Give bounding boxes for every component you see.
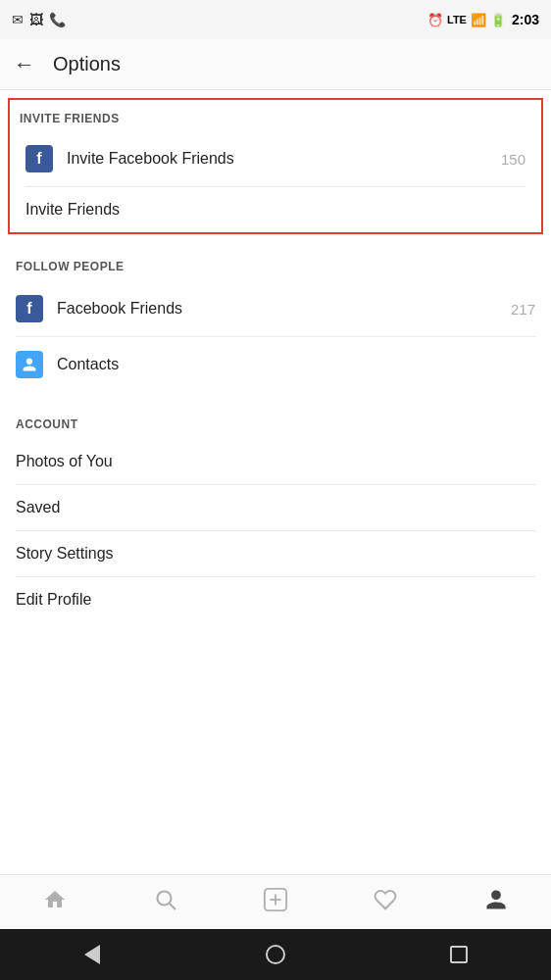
invite-facebook-friends-label: Invite Facebook Friends: [67, 150, 501, 168]
status-bar-left-icons: ✉ 🖼 📞: [12, 12, 66, 27]
saved-item[interactable]: Saved: [0, 485, 551, 530]
add-icon: [263, 887, 288, 918]
android-recents-button[interactable]: [441, 937, 476, 972]
recents-square-icon: [450, 946, 468, 963]
facebook-icon: f: [25, 145, 53, 172]
story-settings-label: Story Settings: [16, 545, 535, 563]
follow-people-header: FOLLOW PEOPLE: [0, 242, 551, 281]
contacts-label: Contacts: [57, 356, 535, 373]
contacts-item[interactable]: Contacts: [0, 337, 551, 392]
image-icon: 🖼: [29, 12, 43, 27]
photos-of-you-label: Photos of You: [16, 453, 535, 470]
svg-line-1: [170, 904, 175, 909]
invite-facebook-friends-item[interactable]: f Invite Facebook Friends 150: [10, 131, 541, 186]
android-back-button[interactable]: [75, 937, 110, 972]
edit-profile-label: Edit Profile: [16, 591, 535, 609]
back-button[interactable]: ←: [14, 52, 35, 77]
invite-friends-label: Invite Friends: [25, 201, 526, 219]
account-header: ACCOUNT: [0, 400, 551, 439]
profile-icon: [484, 888, 508, 917]
svg-point-0: [157, 891, 171, 905]
page-title: Options: [53, 53, 121, 75]
account-section: ACCOUNT Photos of You Saved Story Settin…: [0, 400, 551, 622]
facebook-friends-icon: f: [16, 295, 43, 322]
clock: 2:03: [512, 12, 539, 27]
follow-people-section: FOLLOW PEOPLE f Facebook Friends 217 Con…: [0, 242, 551, 392]
contacts-icon: [16, 351, 43, 378]
nav-add[interactable]: [221, 875, 330, 929]
nav-profile[interactable]: [441, 875, 551, 929]
status-bar: ✉ 🖼 📞 ⏰ LTE 📶 🔋 2:03: [0, 0, 551, 39]
alarm-icon: ⏰: [427, 13, 443, 27]
invite-facebook-friends-count: 150: [501, 151, 526, 168]
invite-friends-header: INVITE FRIENDS: [10, 100, 541, 131]
home-icon: [43, 888, 67, 917]
facebook-friends-label: Facebook Friends: [57, 300, 511, 318]
nav-heart[interactable]: [330, 875, 440, 929]
battery-icon: 🔋: [490, 13, 506, 27]
invite-friends-item[interactable]: Invite Friends: [10, 187, 541, 232]
content-area: INVITE FRIENDS f Invite Facebook Friends…: [0, 90, 551, 874]
story-settings-item[interactable]: Story Settings: [0, 531, 551, 576]
facebook-friends-count: 217: [511, 301, 535, 318]
back-triangle-icon: [84, 945, 100, 964]
phone-icon: 📞: [49, 12, 66, 27]
search-icon: [154, 888, 177, 917]
photos-of-you-item[interactable]: Photos of You: [0, 439, 551, 484]
signal-icon: 📶: [471, 13, 486, 27]
heart-icon: [374, 888, 397, 917]
facebook-friends-item[interactable]: f Facebook Friends 217: [0, 281, 551, 336]
bottom-nav: [0, 874, 551, 929]
saved-label: Saved: [16, 499, 535, 516]
invite-friends-section: INVITE FRIENDS f Invite Facebook Friends…: [8, 98, 543, 234]
top-bar: ← Options: [0, 39, 551, 90]
edit-profile-item[interactable]: Edit Profile: [0, 577, 551, 622]
android-nav-bar: [0, 929, 551, 980]
android-home-button[interactable]: [258, 937, 293, 972]
nav-home[interactable]: [0, 875, 110, 929]
lte-indicator: LTE: [447, 14, 467, 25]
gmail-icon: ✉: [12, 12, 24, 27]
status-bar-right-icons: ⏰ LTE 📶 🔋 2:03: [427, 12, 539, 27]
nav-search[interactable]: [110, 875, 220, 929]
home-circle-icon: [266, 945, 285, 964]
